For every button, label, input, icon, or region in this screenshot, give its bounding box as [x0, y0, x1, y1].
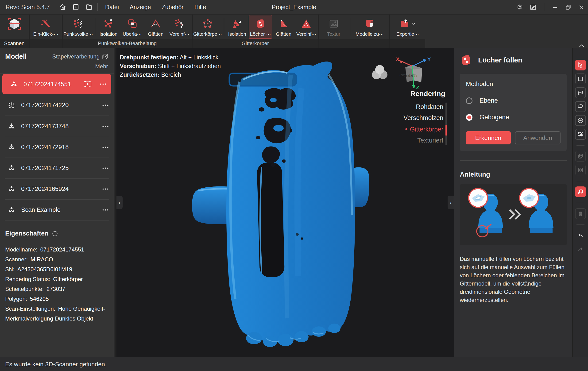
- navigation-cube[interactable]: FRONT LEFT X Y Z: [391, 56, 431, 91]
- model-list-item[interactable]: 07172024172918: [0, 137, 114, 158]
- scan-label: Scannen: [0, 39, 29, 48]
- item-menu-icon[interactable]: [102, 209, 109, 211]
- panel-collapse-handle[interactable]: ›: [448, 196, 454, 209]
- mesh-model-icon: [8, 144, 15, 150]
- minimize-button[interactable]: [548, 0, 562, 15]
- item-menu-icon[interactable]: [102, 104, 109, 106]
- invert-select-icon: [578, 131, 583, 137]
- pc-smooth-icon: [150, 18, 161, 30]
- pc-isolation-button[interactable]: Isolation: [97, 15, 120, 39]
- menubar: Datei Anzeige Zubehör Hilfe: [105, 4, 206, 11]
- new-project-icon[interactable]: [72, 3, 80, 11]
- property-row: Scan-Einstellungen:Hohe Genauigkeit-Merk…: [5, 304, 108, 324]
- rect-select-button[interactable]: [575, 74, 586, 84]
- sphere-select-button[interactable]: [575, 115, 586, 126]
- cursor-select-button[interactable]: [575, 60, 586, 70]
- ribbon-collapse-icon[interactable]: [579, 44, 585, 48]
- home-icon[interactable]: [59, 3, 67, 11]
- restore-button[interactable]: [562, 0, 575, 15]
- property-row: Scanner:MIRACO: [5, 254, 108, 265]
- radio-icon-selected[interactable]: [466, 114, 472, 121]
- fill-holes-button[interactable]: Löcher ···: [249, 15, 272, 39]
- radio-option-gebogene[interactable]: Gebogene: [466, 114, 560, 121]
- rendering-scrollbar[interactable]: [445, 102, 447, 145]
- pc-smooth-button[interactable]: Glätten: [144, 15, 167, 39]
- menu-zubehoer[interactable]: Zubehör: [162, 4, 184, 11]
- select-all-button[interactable]: [575, 151, 586, 161]
- video-preview-icon[interactable]: [84, 81, 92, 87]
- item-menu-icon[interactable]: [102, 125, 109, 127]
- render-mode-ball-icon[interactable]: [371, 64, 388, 80]
- render-mode-verschmolzen[interactable]: •Verschmolzen: [403, 113, 443, 124]
- invert-select-button[interactable]: [575, 129, 586, 140]
- settings-gear-icon[interactable]: [513, 0, 526, 15]
- merge-models-button[interactable]: Modelle zu···: [352, 15, 387, 39]
- pc-simplify-button[interactable]: Vereinf···: [168, 15, 191, 39]
- item-menu-icon[interactable]: [102, 188, 109, 190]
- viewport-3d[interactable]: Drehpunkt festlegen: Alt + Linksklick Ve…: [116, 48, 454, 357]
- open-folder-icon[interactable]: [85, 3, 93, 11]
- pointcloud-edit-button[interactable]: Punktwolke···: [63, 15, 93, 39]
- model-list-item[interactable]: Scan Example: [0, 199, 114, 220]
- lasso-select-icon: [578, 104, 584, 110]
- mesh-model-icon: [8, 165, 15, 171]
- guide-title: Anleitung: [460, 171, 567, 178]
- ribbon-group-mesh: Gitterkörpe··· Isolation: [193, 15, 318, 48]
- overlap-icon: [127, 18, 138, 30]
- batch-icon: [102, 53, 108, 60]
- ribbon-section-scan: Scannen: [0, 15, 29, 48]
- texture-button[interactable]: Textur: [319, 15, 348, 39]
- redo-button[interactable]: [575, 244, 586, 255]
- mesh-create-button[interactable]: Gitterkörpe···: [193, 15, 222, 39]
- deselect-button[interactable]: [575, 165, 586, 175]
- menu-hilfe[interactable]: Hilfe: [194, 4, 206, 11]
- scan-button[interactable]: [0, 15, 28, 39]
- item-menu-icon[interactable]: [102, 167, 109, 169]
- close-button[interactable]: [575, 0, 588, 15]
- pc-overlap-button[interactable]: Überla···: [120, 15, 144, 39]
- menu-anzeige[interactable]: Anzeige: [130, 4, 151, 11]
- batch-processing-button[interactable]: Stapelverarbeitung: [52, 53, 108, 60]
- mesh-isolation-button[interactable]: Isolation: [226, 15, 248, 39]
- ribbon-section-texture: Textur Modelle zu···: [319, 15, 389, 48]
- model-list-item[interactable]: 07172024174220: [0, 95, 114, 116]
- fill-holes-panel-icon: [460, 54, 472, 66]
- scan-object[interactable]: [191, 60, 370, 349]
- mesh-simplify-button[interactable]: Vereinf···: [295, 15, 317, 39]
- select-all-icon: [578, 153, 584, 159]
- more-button[interactable]: Mehr: [0, 62, 114, 73]
- item-menu-icon[interactable]: [102, 146, 109, 148]
- feedback-note-icon[interactable]: [526, 0, 540, 15]
- panel-title: Löcher füllen: [478, 56, 522, 64]
- detect-button[interactable]: Erkennen: [466, 131, 511, 144]
- polygon-select-button[interactable]: [575, 87, 586, 98]
- render-mode-texturiert[interactable]: •Texturiert: [403, 135, 443, 146]
- undo-button[interactable]: [575, 230, 586, 241]
- sidebar-collapse-handle[interactable]: ‹: [116, 196, 123, 209]
- titlebar: Revo Scan 5.4.7 Datei Anzeige Zubehör Hi…: [0, 0, 588, 15]
- radio-option-ebene[interactable]: Ebene: [466, 97, 560, 104]
- item-menu-icon[interactable]: [100, 83, 107, 85]
- mesh-simplify-icon: [301, 18, 312, 30]
- properties-section: Eigenschaften Modellname:07172024174551 …: [0, 230, 114, 324]
- model-list-item[interactable]: 07172024165924: [0, 179, 114, 199]
- apply-button[interactable]: Anwenden: [515, 131, 561, 144]
- render-mode-rohdaten[interactable]: •Rohdaten: [403, 101, 443, 113]
- sidebar-title: Modell: [5, 53, 27, 60]
- model-list-item[interactable]: 07172024171725: [0, 158, 114, 179]
- model-list-item[interactable]: 07172024173748: [0, 116, 114, 137]
- mesh-smooth-button[interactable]: Glätten: [273, 15, 295, 39]
- titlebar-divider: [97, 3, 98, 11]
- status-message: Es wurde kein 3D-Scanner gefunden.: [5, 361, 107, 368]
- render-mode-gitterkoerper[interactable]: •Gitterkörper: [403, 124, 443, 135]
- lasso-select-button[interactable]: [575, 101, 586, 112]
- radio-icon[interactable]: [466, 97, 472, 104]
- info-icon[interactable]: [52, 231, 58, 237]
- model-list-item[interactable]: 07172024174551: [2, 74, 111, 94]
- delete-button[interactable]: [575, 208, 586, 219]
- one-click-button[interactable]: Ein-Klick-···: [30, 15, 62, 39]
- chevron-down-icon[interactable]: [412, 22, 416, 25]
- fill-region-button[interactable]: [575, 186, 586, 197]
- menu-datei[interactable]: Datei: [105, 4, 119, 11]
- export-button[interactable]: Exportie···: [390, 15, 425, 39]
